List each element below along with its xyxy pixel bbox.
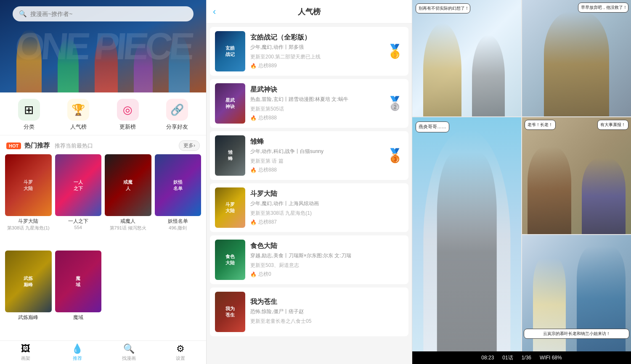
rank-tags: 少年,魔幻,动作丨郑多强 <box>250 44 382 51</box>
comic-panel: 早早放弃吧，他没救了！ <box>522 0 631 116</box>
rank-thumb: 斗罗大陆 <box>215 187 245 228</box>
tuijian-label: 推荐 <box>73 355 82 361</box>
speech-bubble-2: 早早放弃吧，他没救了！ <box>578 3 628 13</box>
rank-tags: 穿越,励志,美食丨刀瑞斯×尔东图:尔东 文:刀瑞 <box>250 252 403 259</box>
comic-panel: 燕炎哥哥…… <box>412 117 521 351</box>
rank-name: 雏蜂 <box>250 137 382 146</box>
rank-info: 玄皓战记（全彩版） 少年,魔幻,动作丨郑多强 更新至200.第二部望天磨已上线 … <box>250 33 382 69</box>
manga-thumb: 武炼巅峰 <box>5 251 52 312</box>
manga-thumb: 斗罗大陆 <box>5 154 52 216</box>
rank-info: 食色大陆 穿越,励志,美食丨刀瑞斯×尔东图:尔东 文:刀瑞 更新至503、厨道意… <box>250 242 403 278</box>
fire-icon: 🔥 <box>250 219 257 225</box>
rank-thumb: 玄皓战记 <box>215 31 245 71</box>
rank-name: 玄皓战记（全彩版） <box>250 33 382 42</box>
manga-name: 一人之下 <box>55 218 102 225</box>
rank-update: 更新至503、厨道意志 <box>250 262 403 269</box>
search-bar[interactable]: 🔍 <box>13 6 194 21</box>
comic-panel: 老爷！长老！ 有大事禀报！ <box>522 117 631 234</box>
comic-bottom-bar: 08:23 01话 1/36 WIFI 68% <box>412 351 631 364</box>
rank-header: ‹ 人气榜 <box>207 0 412 24</box>
list-item[interactable]: 玄皓战记 玄皓战记（全彩版） 少年,魔幻,动作丨郑多强 更新至200.第二部望天… <box>210 27 408 76</box>
nav-fenlei-label: 分类 <box>24 123 34 131</box>
list-item[interactable]: 星武神诀 星武神诀 热血,冒险,玄幻丨踏雪动漫图:林夏培 文:蜗牛 更新至第50… <box>210 79 408 128</box>
list-item[interactable]: 魔域 魔域 <box>55 251 102 337</box>
settings-label: 设置 <box>176 355 185 361</box>
left-panel: ONE PIECE 🔍 ⊞ 分类 🏆 人气榜 <box>0 0 206 364</box>
rank-total: 🔥 总榜887 <box>250 219 403 226</box>
manga-name: 妖怪名单 <box>155 218 201 225</box>
nav-settings[interactable]: ⚙ 设置 <box>155 343 207 361</box>
rank-thumb: 食色大陆 <box>215 240 245 280</box>
search-input[interactable] <box>30 11 187 17</box>
rank-info: 我为苍生 恐怖,惊险,僵尸丨痞子赵 更新至老童长卷之八食士05 <box>250 298 403 327</box>
rank-medal-2: 🥈 <box>387 95 403 111</box>
rank-update: 更新至第308话 九星海危(1) <box>250 210 403 217</box>
list-item[interactable]: 食色大陆 食色大陆 穿越,励志,美食丨刀瑞斯×尔东图:尔东 文:刀瑞 更新至50… <box>210 235 408 284</box>
rank-thumb: 我为苍生 <box>215 292 245 332</box>
rank-info: 星武神诀 热血,冒险,玄幻丨踏雪动漫图:林夏培 文:蜗牛 更新至第505话 🔥 … <box>250 85 382 121</box>
list-item[interactable]: 斗罗大陆 斗罗大陆 第308话 九星海危(1) <box>5 154 52 247</box>
list-item[interactable]: 一人之下 一人之下 554 <box>55 154 102 247</box>
manga-thumb: 戒魔人 <box>105 154 151 216</box>
fire-icon: 🔥 <box>250 272 257 277</box>
rank-name: 斗罗大陆 <box>250 190 403 198</box>
manga-name: 斗罗大陆 <box>5 218 52 225</box>
manga-sub: 496,撤剑 <box>155 225 201 231</box>
speech-bubble-6: 云岚宗的慕叶长老和纳兰小姐来访！ <box>524 329 629 339</box>
hot-badge: HOT <box>6 142 21 149</box>
list-item[interactable]: 妖怪名单 妖怪名单 496,撤剑 <box>155 154 201 247</box>
rank-name: 食色大陆 <box>250 242 403 251</box>
comic-episode: 01话 <box>502 354 513 361</box>
rank-update: 更新至老童长卷之八食士05 <box>250 318 403 325</box>
comic-progress: 1/36 <box>522 355 531 361</box>
rank-total: 🔥 总榜889 <box>250 62 382 69</box>
nav-share[interactable]: 🔗 分享好友 <box>166 99 188 131</box>
nav-fenlei[interactable]: ⊞ 分类 <box>18 99 40 131</box>
manga-name: 魔域 <box>55 314 102 321</box>
list-item[interactable]: 斗罗大陆 斗罗大陆 少年,魔幻,动作丨上海风炫动画 更新至第308话 九星海危(… <box>210 183 408 232</box>
hot-subtitle: 推荐当前最热口 <box>55 142 93 150</box>
comic-wifi: WIFI 68% <box>540 355 562 361</box>
manga-sub: 第308话 九星海危(1) <box>5 225 52 231</box>
manga-grid: 斗罗大陆 斗罗大陆 第308话 九星海危(1) 一人之下 一人之下 554 戒魔… <box>0 154 206 340</box>
fire-icon: 🔥 <box>250 115 257 121</box>
search-icon: 🔍 <box>19 10 27 18</box>
nav-huajia[interactable]: 🖼 画架 <box>0 343 52 361</box>
nav-renqi-label: 人气榜 <box>70 123 87 131</box>
rank-medal-1: 🥇 <box>387 43 403 59</box>
nav-gengxin[interactable]: ◎ 更新榜 <box>117 99 139 131</box>
fire-icon: 🔥 <box>250 63 257 69</box>
list-item[interactable]: 雏蜂 雏蜂 少年,动作,科幻,战争丨白猫sunny 更新至第 语 篇 🔥 总榜8… <box>210 131 408 180</box>
hot-header: HOT 热门推荐 推荐当前最热口 更多› <box>0 135 206 154</box>
comic-panel: 别再有不切实际的幻想了！ <box>412 0 521 116</box>
rank-tags: 少年,魔幻,动作丨上海风炫动画 <box>250 200 403 207</box>
more-button[interactable]: 更多› <box>179 140 200 151</box>
tuijian-icon: 💧 <box>72 343 83 354</box>
manga-thumb: 魔域 <box>55 251 102 312</box>
list-item[interactable]: 戒魔人 戒魔人 第791话 倾泻怒火 <box>105 154 151 247</box>
rank-update: 更新至第505话 <box>250 106 382 113</box>
rank-medal-3: 🥉 <box>387 148 403 164</box>
rank-thumb: 雏蜂 <box>215 135 245 176</box>
nav-share-label: 分享好友 <box>166 123 188 131</box>
rank-tags: 热血,冒险,玄幻丨踏雪动漫图:林夏培 文:蜗牛 <box>250 96 382 103</box>
rank-list: 玄皓战记 玄皓战记（全彩版） 少年,魔幻,动作丨郑多强 更新至200.第二部望天… <box>207 24 412 364</box>
comic-time: 08:23 <box>481 355 494 361</box>
rank-total: 🔥 总榜888 <box>250 114 382 121</box>
nav-renqi[interactable]: 🏆 人气榜 <box>67 99 89 131</box>
back-button[interactable]: ‹ <box>213 6 216 17</box>
hot-title: 热门推荐 <box>24 142 50 150</box>
fire-icon: 🔥 <box>250 167 257 173</box>
manga-thumb: 一人之下 <box>55 154 102 216</box>
list-item[interactable]: 武炼巅峰 武炼巅峰 <box>5 251 52 337</box>
nav-tuijian[interactable]: 💧 推荐 <box>52 343 103 361</box>
rank-info: 雏蜂 少年,动作,科幻,战争丨白猫sunny 更新至第 语 篇 🔥 总榜888 <box>250 137 382 174</box>
hot-section: HOT 热门推荐 推荐当前最热口 更多› 斗罗大陆 斗罗大陆 第308话 九星海… <box>0 135 206 340</box>
rank-tags: 恐怖,惊险,僵尸丨痞子赵 <box>250 308 403 315</box>
hero-banner: ONE PIECE 🔍 <box>0 0 206 92</box>
nav-zhaomann[interactable]: 🔍 找漫画 <box>103 343 155 361</box>
rank-total: 🔥 总榜888 <box>250 166 382 174</box>
rank-update: 更新至200.第二部望天磨已上线 <box>250 53 382 61</box>
list-item[interactable]: 我为苍生 我为苍生 恐怖,惊险,僵尸丨痞子赵 更新至老童长卷之八食士05 <box>210 288 408 336</box>
comic-reader: 别再有不切实际的幻想了！ 早早放弃吧，他没救了！ 燕炎哥哥…… <box>412 0 631 364</box>
